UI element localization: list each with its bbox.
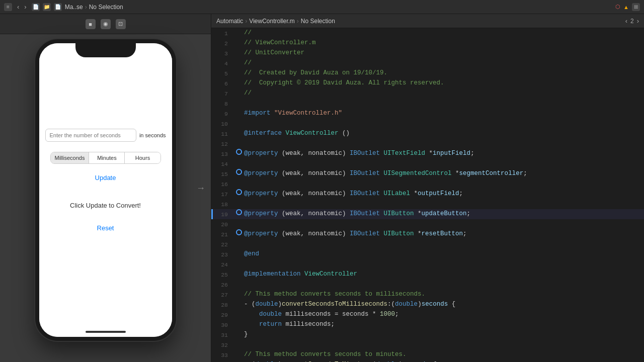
token: * bbox=[455, 170, 459, 177]
sim-stop-btn[interactable]: ■ bbox=[86, 19, 96, 29]
segment-milliseconds[interactable]: Milliseconds bbox=[51, 152, 90, 163]
line-marker[interactable] bbox=[234, 209, 244, 215]
line-content: #import "ViewController.h" bbox=[244, 109, 644, 118]
line-number: 33 bbox=[211, 350, 234, 360]
token: // Copyright © 2019 David Auza. All righ… bbox=[244, 79, 444, 86]
code-nav-count: 2 bbox=[630, 18, 634, 25]
code-line: 13@property (weak, nonatomic) IBOutlet U… bbox=[211, 149, 644, 159]
iphone-frame: in seconds Milliseconds Minutes Hours Up… bbox=[35, 39, 176, 341]
line-content: // bbox=[244, 88, 644, 98]
code-line: 23@end bbox=[211, 249, 644, 259]
token: ViewController bbox=[304, 270, 357, 278]
line-content bbox=[244, 239, 644, 249]
token: @implementation bbox=[244, 270, 304, 278]
warning-badge: ▲ bbox=[623, 4, 629, 10]
file-btn[interactable]: 📄 bbox=[32, 3, 40, 11]
breadcrumb: Ma..se › No Selection bbox=[65, 4, 612, 11]
history-nav: ‹ › bbox=[15, 2, 29, 12]
breakpoint-dot[interactable] bbox=[236, 169, 242, 175]
line-content bbox=[244, 179, 644, 189]
settings-btn[interactable]: ⊞ bbox=[632, 3, 640, 11]
sep2: › bbox=[297, 18, 299, 25]
line-content: @property (weak, nonatomic) IBOutlet UIT… bbox=[244, 149, 644, 158]
line-content: // This method converts seconds to minut… bbox=[244, 350, 644, 359]
token: (weak, nonatomic) bbox=[282, 150, 350, 157]
token: UITextField bbox=[380, 150, 429, 157]
code-line: 9#import "ViewController.h" bbox=[211, 109, 644, 119]
code-line: 24 bbox=[211, 259, 644, 269]
token: milliseconds = seconds * bbox=[282, 311, 380, 318]
breadcrumb-file: ViewController.m bbox=[249, 18, 294, 25]
code-line: 30 return milliseconds; bbox=[211, 320, 644, 330]
code-line: 5// Created by David Auza on 19/10/19. bbox=[211, 68, 644, 78]
breakpoint-dot[interactable] bbox=[236, 149, 242, 155]
error-badge: ⬡ bbox=[615, 4, 620, 10]
code-next-btn[interactable]: › bbox=[637, 17, 639, 25]
code-panel[interactable]: Automatic › ViewController.m › No Select… bbox=[211, 14, 644, 362]
back-btn[interactable]: ‹ bbox=[15, 2, 21, 12]
line-number: 21 bbox=[211, 229, 234, 239]
main-toolbar: ≡ ‹ › 📄 📁 📄 Ma..se › No Selection ⬡ ▲ ⊞ bbox=[0, 0, 644, 14]
token bbox=[244, 311, 259, 318]
breakpoint-dot[interactable] bbox=[236, 209, 242, 215]
segment-control: Milliseconds Minutes Hours bbox=[50, 152, 161, 164]
token: :( bbox=[387, 301, 395, 308]
breadcrumb-sep1: › bbox=[85, 4, 87, 11]
token: outputField bbox=[418, 190, 459, 197]
line-number: 24 bbox=[211, 259, 234, 269]
sim-toolbar: ■ ◉ ⊡ bbox=[0, 14, 211, 34]
token: updateButton bbox=[422, 210, 467, 217]
line-content bbox=[244, 119, 644, 128]
token: @property bbox=[244, 150, 282, 157]
forward-btn[interactable]: › bbox=[22, 2, 28, 12]
file2-btn[interactable]: 📄 bbox=[54, 3, 62, 11]
line-content bbox=[244, 139, 644, 148]
code-line: 11@interface ViewController () bbox=[211, 129, 644, 139]
line-marker[interactable] bbox=[234, 189, 244, 195]
token: #import bbox=[244, 110, 274, 117]
line-content: @interface ViewController () bbox=[244, 129, 644, 138]
reset-button[interactable]: Reset bbox=[97, 224, 114, 232]
code-line: 22 bbox=[211, 239, 644, 249]
line-number: 4 bbox=[211, 58, 234, 68]
line-content: double milliseconds = seconds * 1000; bbox=[244, 310, 644, 319]
breakpoint-dot[interactable] bbox=[236, 189, 242, 195]
seconds-input[interactable] bbox=[45, 129, 136, 142]
code-line: 16 bbox=[211, 179, 644, 189]
line-number: 3 bbox=[211, 48, 234, 58]
line-number: 15 bbox=[211, 169, 234, 179]
token: "ViewController.h" bbox=[274, 110, 342, 117]
line-number: 29 bbox=[211, 310, 234, 320]
sim-device-btn[interactable]: ⊡ bbox=[116, 19, 126, 29]
line-content: // UnitConverter bbox=[244, 48, 644, 58]
token: 1000 bbox=[380, 311, 395, 318]
token: // ViewController.m bbox=[244, 39, 316, 46]
token: // bbox=[244, 29, 252, 36]
update-button[interactable]: Update bbox=[95, 174, 116, 182]
line-number: 20 bbox=[211, 219, 234, 229]
line-content: // bbox=[244, 28, 644, 38]
line-number: 27 bbox=[211, 290, 234, 300]
line-content: - (double)convertSecondsToMinutes:(doubl… bbox=[244, 360, 644, 362]
token: // UnitConverter bbox=[244, 49, 304, 56]
line-number: 6 bbox=[211, 78, 234, 88]
code-line: 3// UnitConverter bbox=[211, 48, 644, 58]
token: double bbox=[259, 311, 282, 318]
line-content: @property (weak, nonatomic) IBOutlet UIB… bbox=[244, 209, 644, 219]
line-marker[interactable] bbox=[234, 169, 244, 175]
folder-btn[interactable]: 📁 bbox=[43, 3, 51, 11]
code-prev-btn[interactable]: ‹ bbox=[625, 17, 627, 25]
token: (weak, nonatomic) bbox=[282, 170, 350, 177]
sim-play-btn[interactable]: ◉ bbox=[101, 19, 111, 29]
breakpoint-dot[interactable] bbox=[236, 229, 242, 235]
line-marker[interactable] bbox=[234, 229, 244, 235]
line-marker[interactable] bbox=[234, 149, 244, 155]
arrow-indicator: → bbox=[196, 183, 205, 194]
token: seconds bbox=[422, 301, 448, 308]
code-line: 34- (double)convertSecondsToMinutes:(dou… bbox=[211, 360, 644, 362]
breadcrumb-project: Ma..se bbox=[65, 4, 83, 11]
token: ) bbox=[418, 301, 422, 308]
sidebar-toggle-btn[interactable]: ≡ bbox=[4, 3, 12, 11]
segment-minutes[interactable]: Minutes bbox=[89, 152, 125, 163]
segment-hours[interactable]: Hours bbox=[125, 152, 160, 163]
